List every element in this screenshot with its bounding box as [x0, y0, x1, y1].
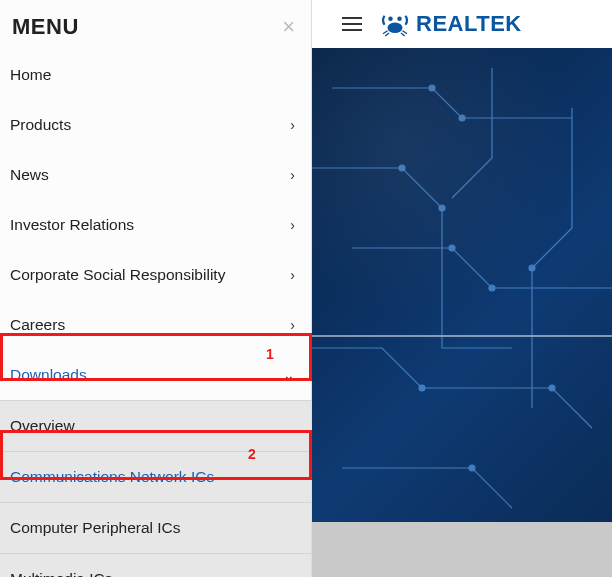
- menu-item-careers[interactable]: Careers ›: [0, 300, 311, 350]
- close-icon[interactable]: ×: [282, 16, 295, 38]
- menu-item-news[interactable]: News ›: [0, 150, 311, 200]
- downloads-submenu: Overview Communications Network ICs Comp…: [0, 400, 311, 577]
- sub-item-label: Overview: [10, 417, 75, 434]
- annotation-number-1: 1: [266, 346, 274, 362]
- sub-item-label: Communications Network ICs: [10, 468, 214, 485]
- brand-text: REALTEK: [416, 11, 522, 37]
- sub-item-label: Computer Peripheral ICs: [10, 519, 181, 536]
- sub-item-label: Multimedia ICs: [10, 570, 113, 577]
- sub-item-overview[interactable]: Overview: [0, 400, 311, 451]
- menu-item-label: Careers: [10, 316, 65, 334]
- site-header: REALTEK: [312, 0, 612, 48]
- menu-item-label: Corporate Social Responsibility: [10, 266, 225, 284]
- svg-point-10: [549, 385, 555, 391]
- menu-item-investor[interactable]: Investor Relations ›: [0, 200, 311, 250]
- brand-logo[interactable]: REALTEK: [380, 11, 522, 37]
- chevron-right-icon: ›: [290, 317, 295, 333]
- svg-point-9: [419, 385, 425, 391]
- hero-footer-band: [312, 522, 612, 577]
- chevron-right-icon: ›: [290, 267, 295, 283]
- menu-header: MENU ×: [0, 0, 311, 50]
- svg-point-6: [439, 205, 445, 211]
- svg-point-11: [469, 465, 475, 471]
- menu-item-label: Home: [10, 66, 51, 84]
- sub-item-multimedia[interactable]: Multimedia ICs: [0, 553, 311, 577]
- svg-point-8: [489, 285, 495, 291]
- crab-icon: [380, 11, 410, 37]
- menu-panel: MENU × Home Products › News › Investor R…: [0, 0, 312, 577]
- svg-point-12: [529, 265, 535, 271]
- menu-item-label: News: [10, 166, 49, 184]
- hero-background: [312, 48, 612, 522]
- svg-point-7: [449, 245, 455, 251]
- menu-item-home[interactable]: Home: [0, 50, 311, 100]
- svg-point-3: [429, 85, 435, 91]
- chevron-right-icon: ›: [290, 217, 295, 233]
- menu-item-label: Investor Relations: [10, 216, 134, 234]
- annotation-number-2: 2: [248, 446, 256, 462]
- menu-item-label: Downloads: [10, 366, 87, 384]
- chevron-right-icon: ›: [290, 167, 295, 183]
- sub-item-peripheral[interactable]: Computer Peripheral ICs: [0, 502, 311, 553]
- menu-item-downloads[interactable]: Downloads ⌄: [0, 350, 311, 400]
- menu-title: MENU: [12, 14, 79, 40]
- menu-item-csr[interactable]: Corporate Social Responsibility ›: [0, 250, 311, 300]
- hamburger-icon[interactable]: [342, 17, 362, 31]
- svg-point-5: [399, 165, 405, 171]
- chevron-right-icon: ›: [290, 117, 295, 133]
- chevron-down-icon: ⌄: [283, 367, 295, 383]
- menu-item-label: Products: [10, 116, 71, 134]
- svg-point-2: [397, 17, 402, 22]
- svg-point-0: [388, 23, 403, 34]
- sub-item-comm-network[interactable]: Communications Network ICs: [0, 451, 311, 502]
- svg-point-4: [459, 115, 465, 121]
- menu-item-products[interactable]: Products ›: [0, 100, 311, 150]
- menu-list: Home Products › News › Investor Relation…: [0, 50, 311, 577]
- svg-point-1: [388, 17, 393, 22]
